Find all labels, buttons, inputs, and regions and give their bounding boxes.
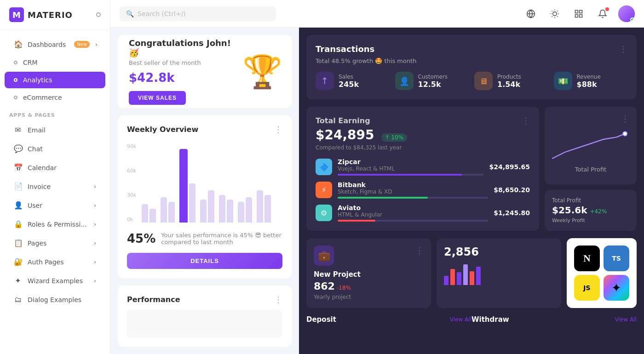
analytics-dot [14, 78, 17, 82]
products-value: 1.54k [497, 80, 521, 89]
revenue-value: $88k [577, 80, 601, 89]
aviato-tech: HTML & Angular [338, 211, 488, 218]
sidebar-item-invoice[interactable]: 📄 Invoice › [5, 177, 105, 195]
transactions-grid: ↑ Sales 245k 👤 Customers 12.5 [316, 72, 627, 90]
transactions-menu-btn[interactable]: ⋮ [619, 44, 627, 54]
bitbank-name: Bitbank [338, 181, 488, 188]
np-desc: Yearly project [314, 294, 424, 300]
bar-group-2 [161, 197, 175, 223]
javascript-logo: JS [574, 275, 600, 301]
y-label-30: 30k [127, 192, 136, 198]
bitbank-tech: Sketch, Figma & XD [338, 188, 488, 195]
earning-list: 🔷 Zipcar Vuejs, React & HTML $24,895.65 [316, 158, 530, 222]
search-placeholder: Search (Ctrl+/) [138, 10, 186, 17]
sidebar-roles-label: Roles & Permissi... [28, 221, 87, 228]
sidebar-item-crm[interactable]: CRM [5, 54, 105, 71]
user-icon: 👤 [14, 201, 22, 210]
big-number-card: 2,856 [437, 238, 561, 308]
bitbank-icon: ⚡ [321, 186, 326, 194]
performance-menu-btn[interactable]: ⋮ [274, 295, 282, 304]
sidebar-item-dashboards[interactable]: 🏠 Dashboards New › [5, 35, 105, 53]
translate-icon-btn[interactable] [523, 6, 539, 22]
dialog-icon: 🗂 [14, 295, 22, 304]
total-earning-card: Total Earning ⋮ $24,895 ↑ 10% Compared t… [306, 107, 539, 231]
sidebar-item-pages[interactable]: 📋 Pages › [5, 234, 105, 252]
new-project-card: 💼 ⋮ New Project 862 -18% Yearly project [306, 238, 431, 308]
withdraw-view-all[interactable]: View All [615, 316, 637, 323]
crm-dot [14, 61, 17, 64]
svg-point-15 [623, 131, 627, 136]
theme-icon-btn[interactable] [546, 6, 563, 22]
aviato-name: Aviato [338, 204, 488, 211]
notification-btn[interactable] [594, 6, 611, 22]
revenue-info: Revenue $88k [577, 74, 601, 89]
weekly-profit-value-row: $25.6k +42% [552, 205, 629, 216]
sidebar-item-ecommerce[interactable]: eCommerce [5, 89, 105, 106]
logo-area: M MATERIO [0, 0, 110, 30]
user-chevron: › [94, 202, 96, 209]
weekly-profit-value: $25.6k [552, 205, 587, 216]
sidebar: M MATERIO 🏠 Dashboards New › CRM Analyti… [0, 0, 110, 354]
np-count-row: 862 -18% [314, 280, 424, 292]
earning-change-badge: ↑ 10% [381, 133, 408, 142]
bitbank-progress-fill [338, 197, 428, 199]
bar-6b [246, 197, 252, 223]
sidebar-item-analytics[interactable]: Analytics [5, 72, 105, 88]
earning-amount-row: $24,895 ↑ 10% [316, 127, 530, 143]
y-label-90: 90k [127, 143, 136, 149]
grid-icon-btn[interactable] [570, 6, 587, 22]
sidebar-item-chat[interactable]: 💬 Chat [5, 140, 105, 158]
np-menu-btn[interactable]: ⋮ [415, 246, 424, 255]
calendar-icon: 📅 [14, 163, 22, 172]
sidebar-item-wizard[interactable]: ✦ Wizard Examples › [5, 272, 105, 290]
view-sales-button[interactable]: VIEW SALES [129, 91, 186, 105]
np-icon: 💼 [314, 246, 334, 266]
sidebar-item-calendar[interactable]: 📅 Calendar [5, 159, 105, 177]
logo-icon: M [9, 7, 24, 22]
sidebar-nav: 🏠 Dashboards New › CRM Analytics eCommer… [0, 30, 110, 354]
products-icon-wrap: 🖥 [474, 72, 493, 90]
weekly-menu-btn[interactable]: ⋮ [274, 125, 282, 134]
sidebar-item-email[interactable]: ✉️ Email [5, 121, 105, 139]
sbar-2 [450, 269, 455, 285]
invoice-icon: 📄 [14, 182, 22, 191]
products-label: Products [497, 74, 521, 80]
profit-chart-label: Total Profit [552, 166, 629, 173]
search-box[interactable]: 🔍 Search (Ctrl+/) [120, 6, 276, 21]
left-panel: Congratulations John! 🥳 Best seller of t… [110, 28, 299, 354]
congrats-content: Congratulations John! 🥳 Best seller of t… [129, 38, 242, 105]
aviato-progress-bar [338, 220, 488, 222]
trophy-emoji: 🏆 [242, 53, 282, 91]
svg-rect-11 [575, 10, 578, 13]
section-apps-title: APPS & PAGES [0, 107, 110, 120]
profit-chart-header: ⋮ [552, 114, 629, 124]
revenue-label: Revenue [577, 74, 601, 80]
customers-value: 12.5k [418, 80, 448, 89]
sidebar-item-auth[interactable]: 🔐 Auth Pages › [5, 253, 105, 271]
earning-item-zipcar: 🔷 Zipcar Vuejs, React & HTML $24,895.65 [316, 158, 530, 176]
earning-menu-btn[interactable]: ⋮ [522, 116, 530, 126]
user-avatar[interactable] [618, 6, 635, 22]
deposit-view-all[interactable]: View All [450, 316, 472, 323]
withdraw-title: Withdraw [472, 315, 509, 324]
sidebar-item-roles[interactable]: 🔒 Roles & Permissi... › [5, 215, 105, 233]
profit-chart-menu-btn[interactable]: ⋮ [621, 114, 629, 124]
details-button[interactable]: DETAILS [127, 253, 282, 269]
sidebar-crm-label: CRM [23, 59, 38, 66]
recording-icon[interactable] [96, 12, 101, 17]
svg-line-10 [557, 11, 558, 11]
aviato-logo: ⚙️ [316, 205, 332, 221]
sidebar-item-dialog[interactable]: 🗂 Dialog Examples [5, 291, 105, 308]
zipcar-logo: 🔷 [316, 159, 332, 175]
deposit-header: Deposit View All [306, 315, 472, 324]
sales-label: Sales [339, 74, 359, 80]
sales-value: 245k [339, 80, 359, 89]
bar-3a [179, 149, 188, 223]
sidebar-item-user[interactable]: 👤 User › [5, 196, 105, 214]
performance-chart-placeholder [127, 310, 282, 337]
bar-7b [264, 195, 271, 223]
pages-icon: 📋 [14, 239, 22, 247]
sidebar-pages-label: Pages [28, 240, 46, 247]
weekly-chart: 90k 60k 30k 0k [127, 142, 282, 224]
sidebar-chat-label: Chat [28, 145, 43, 153]
